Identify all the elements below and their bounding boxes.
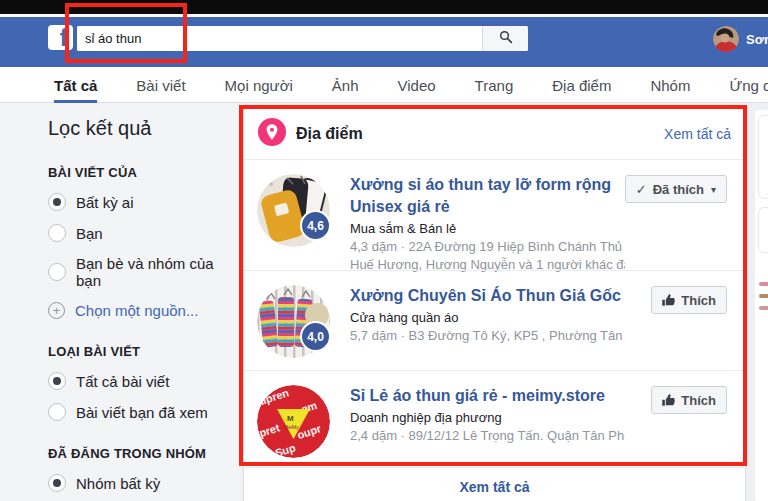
place-distance-address: 2,4 dặm · 89/12/12 Lê Trọng Tấn. Quận Tâ… (350, 427, 625, 445)
button-label: Thích (681, 293, 716, 308)
place-result-1: 4,6 Xưởng sỉ áo thun tay lỡ form rộng Un… (244, 160, 745, 270)
places-card-header: Địa điểm Xem tất cả (244, 109, 745, 160)
place-distance-address: 4,3 dặm · 22A Đường 19 Hiệp Bình Chánh T… (350, 238, 625, 256)
screen-top-bar (0, 0, 768, 14)
facebook-logo[interactable]: f (48, 25, 73, 50)
thumbs-up-icon (662, 294, 675, 307)
radio-icon (48, 474, 66, 492)
place-name-link[interactable]: Xưởng sỉ áo thun tay lỡ form rộng Unisex… (350, 174, 625, 218)
tab-people[interactable]: Mọi người (225, 67, 293, 103)
tab-apps[interactable]: Ứng d (729, 67, 768, 103)
user-name: Sơn (746, 32, 768, 47)
radio-icon (48, 372, 66, 390)
right-column-text-fragment (759, 306, 768, 310)
right-column-text-fragment (759, 294, 768, 298)
svg-text:M: M (287, 414, 294, 423)
liked-button[interactable]: ✓ Đã thích ▾ (625, 175, 727, 203)
place-result-3: upren em pret oupr Sup M MeiMy Sỉ Lẻ áo … (244, 370, 745, 467)
radio-any-group[interactable]: Nhóm bất kỳ (48, 474, 231, 492)
place-category: Mua sắm & Bán lẻ (350, 220, 625, 238)
filter-section-posted-in-group: ĐÃ ĐĂNG TRONG NHÓM Nhóm bất kỳ Nhóm của … (48, 446, 231, 501)
radio-label: Bạn (76, 225, 103, 242)
user-avatar (713, 26, 739, 52)
radio-anyone[interactable]: Bất kỳ ai (48, 193, 231, 211)
radio-icon (48, 263, 66, 281)
right-column-card (758, 207, 768, 253)
radio-label: Nhóm bất kỳ (76, 475, 160, 492)
filter-section-header: LOẠI BÀI VIẾT (48, 344, 231, 359)
radio-all-posts[interactable]: Tất cả bài viết (48, 372, 231, 390)
radio-icon (48, 193, 66, 211)
tab-places[interactable]: Địa điểm (552, 67, 611, 103)
see-all-link-top[interactable]: Xem tất cả (664, 126, 731, 142)
action-label: Chọn một nguồn... (75, 302, 198, 319)
places-results-card: Địa điểm Xem tất cả 4,6 Xưởng sỉ (243, 108, 746, 501)
thumbs-up-icon (662, 394, 675, 407)
rating-badge: 4,6 (300, 210, 331, 241)
tab-photos[interactable]: Ảnh (332, 67, 359, 103)
place-category: Cửa hàng quần áo (350, 309, 625, 327)
like-button[interactable]: Thích (651, 386, 727, 414)
place-distance-address: 5,7 dặm · B3 Đường Tô Ký, KP5 , Phường T… (350, 327, 625, 345)
radio-friends-groups[interactable]: Bạn bè và nhóm của bạn (48, 255, 231, 289)
facebook-logo-letter: f (60, 25, 68, 50)
filters-title: Lọc kết quả (48, 117, 231, 140)
tab-videos[interactable]: Video (398, 67, 436, 103)
button-label: Thích (681, 393, 716, 408)
search-input[interactable] (77, 26, 482, 51)
place-result-2: 4,0 Xưởng Chuyên Sỉ Áo Thun Giá Gốc Cửa … (244, 270, 745, 370)
radio-label: Bất kỳ ai (76, 194, 134, 211)
radio-label: Bạn bè và nhóm của bạn (76, 255, 231, 289)
place-category: Doanh nghiệp địa phương (350, 409, 625, 427)
search-category-tabs: Tất cả Bài viết Mọi người Ảnh Video Tran… (0, 67, 768, 103)
radio-label: Tất cả bài viết (76, 373, 169, 390)
see-all-link-bottom[interactable]: Xem tất cả (459, 479, 529, 495)
search-icon (499, 30, 513, 47)
filter-section-post-type: LOẠI BÀI VIẾT Tất cả bài viết Bài viết b… (48, 344, 231, 421)
button-label: Đã thích (653, 182, 704, 197)
radio-you[interactable]: Bạn (48, 224, 231, 242)
filter-section-header: BÀI VIẾT CỦA (48, 165, 231, 180)
tab-all[interactable]: Tất cả (54, 67, 97, 103)
svg-text:MeiMy: MeiMy (284, 424, 299, 430)
filters-sidebar: Lọc kết quả BÀI VIẾT CỦA Bất kỳ ai Bạn B… (0, 103, 241, 501)
chevron-down-icon: ▾ (711, 184, 716, 195)
search-bar (77, 26, 528, 51)
tab-posts[interactable]: Bài viết (136, 67, 185, 103)
check-icon: ✓ (636, 182, 647, 197)
places-card-footer: Xem tất cả (244, 467, 745, 501)
map-pin-icon (258, 118, 286, 150)
filter-section-posts-from: BÀI VIẾT CỦA Bất kỳ ai Bạn Bạn bè và nhó… (48, 165, 231, 319)
radio-label: Bài viết bạn đã xem (76, 404, 208, 421)
radio-posts-seen[interactable]: Bài viết bạn đã xem (48, 403, 231, 421)
choose-source-link[interactable]: + Chọn một nguồn... (48, 302, 231, 319)
nav-user-menu[interactable]: Sơn (713, 26, 768, 52)
tab-pages[interactable]: Trang (475, 67, 514, 103)
right-column-edge (755, 110, 768, 501)
radio-icon (48, 224, 66, 242)
rating-badge: 4,0 (300, 321, 331, 352)
right-column-card (758, 115, 768, 199)
like-button[interactable]: Thích (651, 286, 727, 314)
plus-circle-icon: + (48, 302, 65, 319)
place-name-link[interactable]: Sỉ Lẻ áo thun giá rẻ - meimy.store (350, 385, 625, 407)
facebook-navbar: f Sơn (0, 17, 768, 67)
tab-groups[interactable]: Nhóm (650, 67, 690, 103)
place-name-link[interactable]: Xưởng Chuyên Sỉ Áo Thun Giá Gốc (350, 285, 625, 307)
page-thumbnail-meimy-logo[interactable]: upren em pret oupr Sup M MeiMy (257, 385, 330, 458)
right-column-text-fragment (759, 282, 768, 286)
places-card-title: Địa điểm (296, 125, 363, 143)
search-button[interactable] (482, 26, 528, 51)
radio-icon (48, 403, 66, 421)
filter-section-header: ĐÃ ĐĂNG TRONG NHÓM (48, 446, 231, 461)
